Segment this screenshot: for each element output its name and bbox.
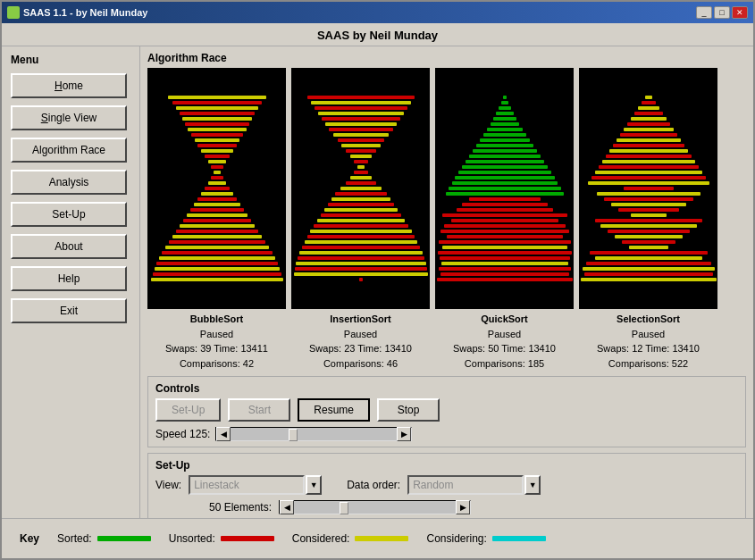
bubble-sort-swaps-time: Swaps: 39 Time: 13411 xyxy=(165,341,268,356)
elements-slider-left-arrow[interactable]: ◀ xyxy=(280,500,294,514)
minimize-button[interactable]: _ xyxy=(696,6,712,19)
controls-section: Controls Set-Up Start Resume Stop xyxy=(147,376,746,447)
window-controls: _ □ ✕ xyxy=(696,6,748,19)
elements-slider-track[interactable]: ◀ ▶ xyxy=(279,500,471,514)
key-unsorted: Unsorted: xyxy=(169,532,274,545)
stop-button[interactable]: Stop xyxy=(377,398,440,422)
setup-label: Set-Up xyxy=(155,459,738,472)
speed-label: Speed 125: xyxy=(155,428,210,440)
data-order-select-display: Random xyxy=(407,475,524,495)
start-button[interactable]: Start xyxy=(228,398,290,422)
key-unsorted-label: Unsorted: xyxy=(169,532,215,545)
sidebar-item-about[interactable]: About xyxy=(11,234,127,259)
controls-buttons-row: Set-Up Start Resume Stop xyxy=(155,398,738,422)
key-considered: Considered: xyxy=(292,532,409,545)
view-select-arrow[interactable]: ▼ xyxy=(306,475,322,495)
view-label: View: xyxy=(155,479,181,491)
sidebar-item-algorithm-race[interactable]: Algorithm Race xyxy=(11,138,127,163)
bubble-sort-panel: BubbleSort Paused Swaps: 39 Time: 13411 … xyxy=(147,68,286,371)
key-considered-label: Considered: xyxy=(292,532,350,545)
window-title: SAAS 1.1 - by Neil Munday xyxy=(23,7,147,18)
key-considering-label: Considering: xyxy=(426,532,486,545)
selection-sort-info: SelectionSort Paused Swaps: 12 Time: 134… xyxy=(597,312,700,371)
key-label: Key xyxy=(20,532,39,545)
insertion-sort-panel: InsertionSort Paused Swaps: 23 Time: 134… xyxy=(291,68,430,371)
selection-sort-panel: SelectionSort Paused Swaps: 12 Time: 134… xyxy=(579,68,717,371)
insertion-sort-name: InsertionSort xyxy=(309,312,412,327)
insertion-sort-info: InsertionSort Paused Swaps: 23 Time: 134… xyxy=(309,312,412,371)
maximize-button[interactable]: □ xyxy=(714,6,730,19)
data-order-label: Data order: xyxy=(347,479,400,491)
quick-sort-canvas xyxy=(435,68,574,309)
speed-slider-track[interactable]: ◀ ▶ xyxy=(215,427,412,441)
bubble-sort-status: Paused xyxy=(165,327,268,342)
key-sorted: Sorted: xyxy=(57,532,151,545)
elements-slider-right-arrow[interactable]: ▶ xyxy=(456,500,470,514)
bubble-sort-canvas xyxy=(147,68,286,309)
setup-control-button[interactable]: Set-Up xyxy=(155,398,221,422)
content-area: Algorithm Race xyxy=(140,46,753,518)
speed-slider-thumb[interactable] xyxy=(289,429,298,441)
selection-sort-comparisons: Comparisons: 522 xyxy=(597,356,700,372)
controls-label: Controls xyxy=(155,382,738,395)
app-window: SAAS 1.1 - by Neil Munday _ □ ✕ SAAS by … xyxy=(0,0,755,560)
sidebar: Menu Home Single View Algorithm Race Ana… xyxy=(2,46,140,518)
resume-button[interactable]: Resume xyxy=(298,398,370,422)
title-bar: SAAS 1.1 - by Neil Munday _ □ ✕ xyxy=(2,2,753,23)
quick-sort-info: QuickSort Paused Swaps: 50 Time: 13410 C… xyxy=(453,312,556,371)
bubble-sort-info: BubbleSort Paused Swaps: 39 Time: 13411 … xyxy=(165,312,268,371)
quick-sort-name: QuickSort xyxy=(453,312,556,327)
bubble-sort-name: BubbleSort xyxy=(165,312,268,327)
sidebar-item-single-view[interactable]: Single View xyxy=(11,105,127,130)
sidebar-item-help[interactable]: Help xyxy=(11,266,127,291)
view-select-display: Linestack xyxy=(189,475,305,495)
sidebar-item-home[interactable]: Home xyxy=(11,73,127,98)
key-considering: Considering: xyxy=(426,532,545,545)
data-order-select-arrow[interactable]: ▼ xyxy=(524,475,541,495)
key-considering-line xyxy=(492,536,546,541)
main-body: Menu Home Single View Algorithm Race Ana… xyxy=(2,46,753,518)
menu-label: Menu xyxy=(11,54,130,66)
selection-sort-status: Paused xyxy=(597,327,700,342)
key-considered-line xyxy=(355,536,408,541)
setup-section: Set-Up View: Linestack ▼ Data order: Ran… xyxy=(147,453,746,518)
app-icon xyxy=(7,6,20,19)
quick-sort-comparisons: Comparisons: 185 xyxy=(453,356,556,372)
title-bar-left: SAAS 1.1 - by Neil Munday xyxy=(7,6,147,19)
speed-slider-left-arrow[interactable]: ◀ xyxy=(216,427,231,441)
sidebar-item-analysis[interactable]: Analysis xyxy=(11,170,127,195)
app-header: SAAS by Neil Munday xyxy=(2,23,753,46)
elements-slider-thumb[interactable] xyxy=(340,502,348,514)
key-unsorted-line xyxy=(221,536,274,541)
quick-sort-panel: QuickSort Paused Swaps: 50 Time: 13410 C… xyxy=(435,68,574,371)
insertion-sort-status: Paused xyxy=(309,327,412,342)
insertion-sort-swaps-time: Swaps: 23 Time: 13410 xyxy=(309,341,412,356)
setup-elements-row: 50 Elements: ◀ ▶ xyxy=(155,500,738,514)
bubble-sort-comparisons: Comparisons: 42 xyxy=(165,356,268,372)
speed-slider-right-arrow[interactable]: ▶ xyxy=(397,427,411,441)
algo-race-label: Algorithm Race xyxy=(147,52,746,64)
insertion-sort-canvas xyxy=(291,68,430,309)
quick-sort-swaps-time: Swaps: 50 Time: 13410 xyxy=(453,341,556,356)
quick-sort-status: Paused xyxy=(453,327,556,342)
close-button[interactable]: ✕ xyxy=(732,6,748,19)
key-bar: Key Sorted: Unsorted: Considered: Consid… xyxy=(2,518,753,558)
speed-row: Speed 125: ◀ ▶ xyxy=(155,427,738,441)
key-sorted-label: Sorted: xyxy=(57,532,92,545)
app-title: SAAS by Neil Munday xyxy=(317,29,438,42)
key-sorted-line xyxy=(97,536,151,541)
selection-sort-swaps-time: Swaps: 12 Time: 13410 xyxy=(597,341,700,356)
algo-race-container: BubbleSort Paused Swaps: 39 Time: 13411 … xyxy=(147,68,746,371)
selection-sort-name: SelectionSort xyxy=(597,312,700,327)
data-order-select-wrapper: Random ▼ xyxy=(407,475,541,495)
sidebar-item-exit[interactable]: Exit xyxy=(11,298,127,323)
setup-view-row: View: Linestack ▼ Data order: Random ▼ xyxy=(155,475,738,495)
view-select-wrapper: Linestack ▼ xyxy=(189,475,322,495)
elements-slider-inner[interactable] xyxy=(294,501,456,514)
insertion-sort-comparisons: Comparisons: 46 xyxy=(309,356,412,372)
speed-slider-inner[interactable] xyxy=(231,428,397,440)
elements-label: 50 Elements: xyxy=(209,501,272,514)
sidebar-item-set-up[interactable]: Set-Up xyxy=(11,202,127,227)
selection-sort-canvas xyxy=(579,68,717,309)
